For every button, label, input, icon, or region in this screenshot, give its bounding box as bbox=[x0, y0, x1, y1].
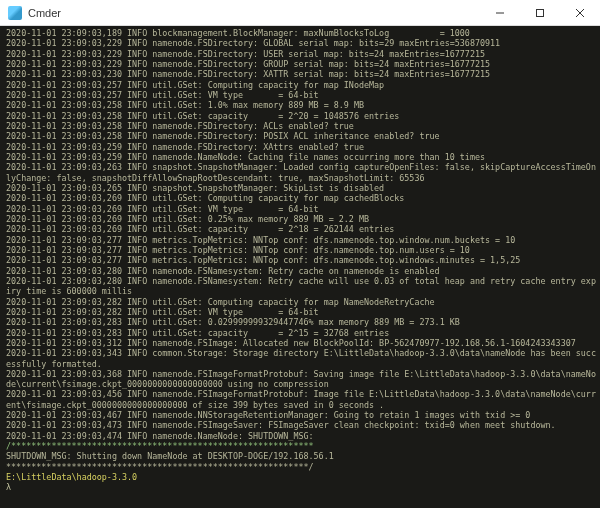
log-line: 2020-11-01 23:09:03,474 INFO namenode.Na… bbox=[6, 431, 598, 441]
log-line: 2020-11-01 23:09:03,229 INFO namenode.FS… bbox=[6, 59, 598, 69]
log-line: 2020-11-01 23:09:03,189 INFO blockmanage… bbox=[6, 28, 598, 38]
log-line: 2020-11-01 23:09:03,467 INFO namenode.NN… bbox=[6, 410, 598, 420]
maximize-icon bbox=[535, 8, 545, 18]
terminal-output[interactable]: 2020-11-01 23:09:03,189 INFO blockmanage… bbox=[0, 26, 600, 508]
log-line: 2020-11-01 23:09:03,456 INFO namenode.FS… bbox=[6, 389, 598, 410]
log-line: SHUTDOWN_MSG: Shutting down NameNode at … bbox=[6, 451, 598, 461]
log-line: 2020-11-01 23:09:03,277 INFO metrics.Top… bbox=[6, 235, 598, 245]
log-line: 2020-11-01 23:09:03,259 INFO namenode.Na… bbox=[6, 152, 598, 162]
log-line: 2020-11-01 23:09:03,282 INFO util.GSet: … bbox=[6, 307, 598, 317]
log-line: ****************************************… bbox=[6, 462, 598, 472]
log-line: 2020-11-01 23:09:03,230 INFO namenode.FS… bbox=[6, 69, 598, 79]
minimize-icon bbox=[495, 8, 505, 18]
log-line: 2020-11-01 23:09:03,258 INFO namenode.FS… bbox=[6, 121, 598, 131]
log-line: 2020-11-01 23:09:03,265 INFO snapshot.Sn… bbox=[6, 183, 598, 193]
log-line: 2020-11-01 23:09:03,277 INFO metrics.Top… bbox=[6, 255, 598, 265]
log-line: 2020-11-01 23:09:03,269 INFO util.GSet: … bbox=[6, 204, 598, 214]
log-line: 2020-11-01 23:09:03,368 INFO namenode.FS… bbox=[6, 369, 598, 390]
close-button[interactable] bbox=[560, 0, 600, 26]
log-line: 2020-11-01 23:09:03,258 INFO util.GSet: … bbox=[6, 111, 598, 121]
log-line: 2020-11-01 23:09:03,259 INFO namenode.FS… bbox=[6, 142, 598, 152]
maximize-button[interactable] bbox=[520, 0, 560, 26]
log-line: 2020-11-01 23:09:03,257 INFO util.GSet: … bbox=[6, 80, 598, 90]
log-line: 2020-11-01 23:09:03,258 INFO namenode.FS… bbox=[6, 131, 598, 141]
log-line: 2020-11-01 23:09:03,343 INFO common.Stor… bbox=[6, 348, 598, 369]
log-line: 2020-11-01 23:09:03,258 INFO util.GSet: … bbox=[6, 100, 598, 110]
log-line: 2020-11-01 23:09:03,263 INFO snapshot.Sn… bbox=[6, 162, 598, 183]
titlebar: Cmder bbox=[0, 0, 600, 26]
log-line: 2020-11-01 23:09:03,283 INFO util.GSet: … bbox=[6, 317, 598, 327]
log-line: 2020-11-01 23:09:03,229 INFO namenode.FS… bbox=[6, 38, 598, 48]
log-line: 2020-11-01 23:09:03,269 INFO util.GSet: … bbox=[6, 193, 598, 203]
log-line: 2020-11-01 23:09:03,280 INFO namenode.FS… bbox=[6, 266, 598, 276]
close-icon bbox=[575, 8, 585, 18]
window-title: Cmder bbox=[28, 7, 61, 19]
log-line: 2020-11-01 23:09:03,312 INFO namenode.FS… bbox=[6, 338, 598, 348]
log-line: 2020-11-01 23:09:03,283 INFO util.GSet: … bbox=[6, 328, 598, 338]
log-line: /***************************************… bbox=[6, 441, 598, 451]
prompt-line[interactable]: E:\LittleData\hadoop-3.3.0 bbox=[6, 472, 598, 482]
log-line: 2020-11-01 23:09:03,269 INFO util.GSet: … bbox=[6, 214, 598, 224]
log-line: 2020-11-01 23:09:03,280 INFO namenode.FS… bbox=[6, 276, 598, 297]
svg-rect-1 bbox=[537, 9, 544, 16]
log-line: 2020-11-01 23:09:03,277 INFO metrics.Top… bbox=[6, 245, 598, 255]
log-line: 2020-11-01 23:09:03,269 INFO util.GSet: … bbox=[6, 224, 598, 234]
log-line: 2020-11-01 23:09:03,282 INFO util.GSet: … bbox=[6, 297, 598, 307]
minimize-button[interactable] bbox=[480, 0, 520, 26]
prompt-lambda[interactable]: λ bbox=[6, 482, 598, 492]
log-line: 2020-11-01 23:09:03,257 INFO util.GSet: … bbox=[6, 90, 598, 100]
log-line: 2020-11-01 23:09:03,229 INFO namenode.FS… bbox=[6, 49, 598, 59]
app-icon bbox=[8, 6, 22, 20]
log-line: 2020-11-01 23:09:03,473 INFO namenode.FS… bbox=[6, 420, 598, 430]
prompt-path: E:\LittleData\hadoop-3.3.0 bbox=[6, 472, 137, 482]
